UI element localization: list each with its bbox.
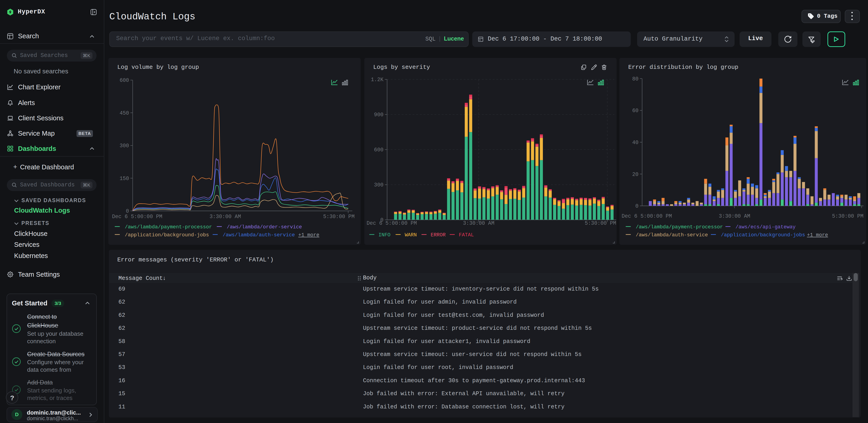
svg-text:/aws/lambda/order-service: /aws/lambda/order-service: [227, 224, 302, 230]
svg-text:/aws/lambda/payment-processor: /aws/lambda/payment-processor: [636, 224, 723, 230]
svg-text:3:30:00 AM: 3:30:00 AM: [719, 213, 750, 219]
svg-text:1.2K: 1.2K: [371, 77, 383, 83]
svg-text:80: 80: [632, 76, 639, 82]
svg-text:+1 more: +1 more: [807, 232, 828, 238]
svg-text:40: 40: [632, 140, 639, 146]
svg-text:20: 20: [632, 172, 639, 177]
svg-text:Dec 6 5:00:00 PM: Dec 6 5:00:00 PM: [367, 220, 417, 226]
svg-text:/application/background-jobs: /application/background-jobs: [125, 232, 209, 238]
svg-text:450: 450: [120, 110, 129, 116]
svg-text:600: 600: [374, 147, 383, 153]
svg-text:60: 60: [632, 108, 639, 114]
svg-text:/aws/lambda/payment-processor: /aws/lambda/payment-processor: [125, 224, 212, 230]
svg-text:INFO: INFO: [378, 232, 391, 238]
svg-text:600: 600: [120, 78, 129, 83]
svg-text:5:30:00 PM: 5:30:00 PM: [323, 214, 354, 220]
svg-text:/aws/lambda/auth-service: /aws/lambda/auth-service: [223, 232, 295, 238]
svg-text:0: 0: [126, 208, 129, 214]
svg-text:0: 0: [635, 203, 639, 209]
svg-text:5:30:00 PM: 5:30:00 PM: [585, 220, 616, 226]
svg-text:300: 300: [120, 143, 129, 149]
svg-text:/aws/ecs/api-gateway: /aws/ecs/api-gateway: [736, 224, 796, 230]
svg-text:3:30:00 AM: 3:30:00 AM: [210, 214, 241, 220]
svg-text:ERROR: ERROR: [431, 232, 445, 238]
svg-text:5:30:00 PM: 5:30:00 PM: [832, 213, 863, 219]
svg-text:+1 more: +1 more: [298, 232, 319, 238]
svg-text:900: 900: [374, 112, 383, 118]
svg-text:Dec 6 5:00:00 PM: Dec 6 5:00:00 PM: [112, 214, 162, 220]
svg-text:Dec 6 5:00:00 PM: Dec 6 5:00:00 PM: [622, 213, 672, 219]
svg-text:FATAL: FATAL: [459, 232, 474, 238]
svg-text:150: 150: [120, 176, 129, 181]
svg-text:3:30:00 AM: 3:30:00 AM: [463, 220, 494, 226]
svg-text:300: 300: [374, 182, 383, 188]
svg-text:/application/background-jobs: /application/background-jobs: [721, 232, 805, 238]
svg-text:WARN: WARN: [405, 232, 417, 238]
svg-text:/aws/lambda/auth-service: /aws/lambda/auth-service: [636, 232, 708, 238]
